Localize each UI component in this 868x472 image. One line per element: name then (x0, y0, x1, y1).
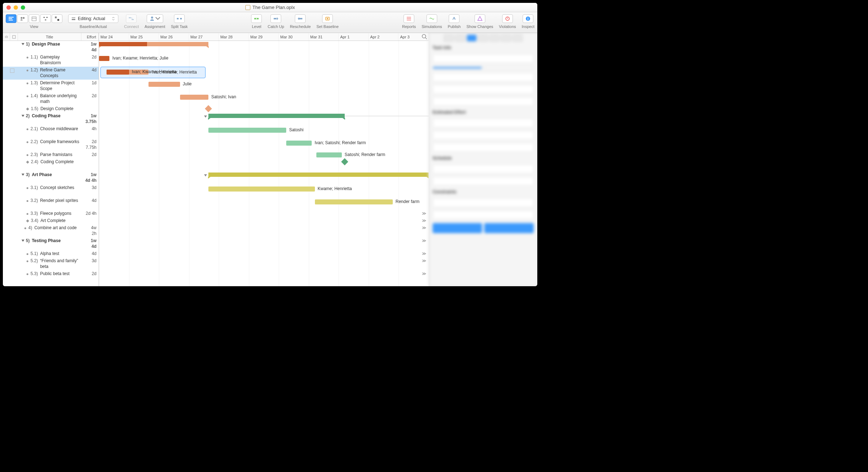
date-header-cell[interactable]: Mar 25 (129, 33, 159, 41)
outline-task-row[interactable]: 2.4)Coding Complete (3, 159, 99, 171)
gantt-disclosure-icon[interactable] (204, 174, 207, 176)
gantt-bar[interactable] (208, 187, 315, 192)
simulations-button[interactable] (426, 14, 437, 23)
violations-button[interactable] (502, 14, 513, 23)
catchup-label: Catch Up (268, 24, 284, 29)
gantt-bar[interactable] (148, 82, 180, 87)
row-title: Fleece polygons (40, 211, 81, 217)
view-resources-button[interactable] (17, 14, 28, 23)
toolbar-baseline-group: Editing: Actual Baseline/Actual (65, 12, 121, 33)
publish-button[interactable] (449, 14, 459, 23)
gantt-offscreen-marker[interactable]: ≫ (422, 251, 426, 256)
inspect-button[interactable]: i (523, 14, 533, 23)
connect-button[interactable] (126, 14, 137, 23)
disclosure-triangle-icon[interactable] (22, 43, 24, 45)
gantt-bar[interactable] (99, 56, 109, 61)
outline-phase-row[interactable]: 5)Testing Phase1w4d (3, 237, 99, 250)
outline-task-row[interactable]: 1.2)Refine Game Concepts4d (3, 67, 99, 80)
gantt-phase-bracket[interactable] (208, 114, 345, 118)
outline-task-row[interactable]: 3.4)Art Complete (3, 217, 99, 225)
gantt-disclosure-icon[interactable] (204, 115, 207, 118)
date-header-cell[interactable]: Mar 31 (309, 33, 339, 41)
outline-task-row[interactable]: 3.2)Render pixel sprites4d (3, 197, 99, 210)
outline-task-row[interactable]: 1.5)Design Complete (3, 105, 99, 113)
grab-column-header[interactable] (3, 33, 10, 41)
disclosure-triangle-icon[interactable] (22, 115, 24, 117)
gantt-bar-label: Ivan; Kwame; Henrietta (152, 70, 197, 75)
gantt-milestone[interactable] (341, 158, 348, 165)
date-header-cell[interactable]: Mar 30 (279, 33, 309, 41)
gantt-offscreen-marker[interactable]: ≫ (422, 211, 426, 216)
outline-task-row[interactable]: 2.2)Compile frameworks2d7.75h (3, 138, 99, 151)
split-task-button[interactable] (174, 14, 185, 23)
set-baseline-button[interactable] (322, 14, 333, 23)
split-label: Split Task (171, 24, 188, 29)
date-header-cell[interactable]: Mar 28 (219, 33, 249, 41)
gantt-bar[interactable] (316, 152, 342, 157)
reschedule-button[interactable] (295, 14, 306, 23)
outline-phase-row[interactable]: 1)Design Phase1w4d (3, 41, 99, 54)
gantt-offscreen-marker[interactable]: ≫ (422, 258, 426, 263)
date-header-cell[interactable]: Apr 1 (339, 33, 369, 41)
view-styles-button[interactable] (52, 14, 62, 23)
gantt-phase-bracket[interactable] (208, 173, 429, 177)
gantt-offscreen-marker[interactable]: ≫ (422, 218, 426, 223)
outline-task-row[interactable]: 1.3)Determine Project Scope1d (3, 80, 99, 93)
outline-task-row[interactable]: 4)Combine art and code4w2h (3, 225, 99, 237)
svg-rect-13 (72, 19, 75, 20)
gantt-body[interactable]: Ivan; Kwame; Henrietta; JulieIvan; Kwame… (99, 41, 429, 286)
view-network-button[interactable] (40, 14, 51, 23)
gantt-bar[interactable] (315, 199, 393, 204)
assignment-button[interactable] (147, 14, 163, 23)
title-column-header[interactable]: Title (18, 33, 81, 41)
disclosure-triangle-icon[interactable] (22, 240, 24, 242)
baseline-actual-selector[interactable]: Editing: Actual (68, 14, 118, 23)
row-number: 4) (28, 225, 32, 237)
gantt-bar-label: Ivan; Kwame; Henrietta; Julie (112, 56, 168, 61)
outline-task-row[interactable]: 3.3)Fleece polygons2d 4h (3, 210, 99, 217)
outline-task-row[interactable]: 5.2)“Friends and family” beta3d (3, 258, 99, 270)
level-button[interactable] (251, 14, 262, 23)
date-header-cell[interactable]: Mar 24 (99, 33, 129, 41)
toolbar-baseline-label: Baseline/Actual (80, 24, 107, 29)
row-title: Render pixel sprites (40, 198, 81, 209)
outline-task-row[interactable]: 1.1)Gameplay Brainstorm2d (3, 54, 99, 67)
catch-up-button[interactable] (270, 14, 281, 23)
date-header-cell[interactable]: Mar 27 (189, 33, 219, 41)
gantt-bar[interactable] (208, 128, 286, 133)
gantt-offscreen-marker[interactable]: ≫ (422, 271, 426, 276)
gantt-offscreen-marker[interactable]: ≫ (422, 238, 426, 243)
gantt-offscreen-marker[interactable]: ≫ (422, 225, 426, 230)
row-number: 5.2) (30, 258, 38, 270)
svg-rect-0 (9, 17, 14, 18)
gantt-bar[interactable] (180, 95, 208, 100)
outline-task-row[interactable]: 3.1)Concept sketches3d (3, 184, 99, 197)
note-column-header[interactable] (10, 33, 18, 41)
zoom-icon[interactable] (421, 34, 428, 40)
note-icon[interactable] (10, 69, 14, 73)
disclosure-triangle-icon[interactable] (22, 174, 24, 176)
reports-button[interactable] (404, 14, 414, 23)
show-changes-button[interactable] (475, 14, 485, 23)
gantt-bar[interactable] (286, 141, 312, 146)
outline-task-row[interactable]: 2.3)Parse framistans2d (3, 151, 99, 159)
outline-task-row[interactable]: 1.4)Balance underlying math2d (3, 93, 99, 105)
outline-task-row[interactable]: 2.1)Choose middleware4h (3, 126, 99, 138)
date-header-cell[interactable]: Apr 2 (369, 33, 399, 41)
outline-task-row[interactable]: 5.1)Alpha test4d (3, 250, 99, 258)
gantt-bar[interactable] (107, 70, 129, 75)
view-gantt-button[interactable] (6, 14, 16, 23)
outline-task-row[interactable]: 5.3)Public beta test2d (3, 270, 99, 278)
outline-body[interactable]: 1)Design Phase1w4d1.1)Gameplay Brainstor… (3, 41, 99, 286)
date-header-cell[interactable]: Mar 26 (159, 33, 189, 41)
view-calendar-button[interactable] (29, 14, 39, 23)
effort-column-header[interactable]: Effort (81, 33, 99, 41)
row-number: 5) (26, 238, 30, 250)
outline-phase-row[interactable]: 2)Coding Phase1w3.75h (3, 113, 99, 126)
date-header-cell[interactable]: Mar 29 (249, 33, 279, 41)
outline-phase-row[interactable]: 3)Art Phase1w4d 4h (3, 171, 99, 184)
gantt-milestone[interactable] (205, 105, 212, 112)
row-number: 2.3) (30, 152, 38, 158)
gantt-bar[interactable] (99, 42, 147, 46)
toolbar-connect-group: Connect (121, 12, 142, 33)
